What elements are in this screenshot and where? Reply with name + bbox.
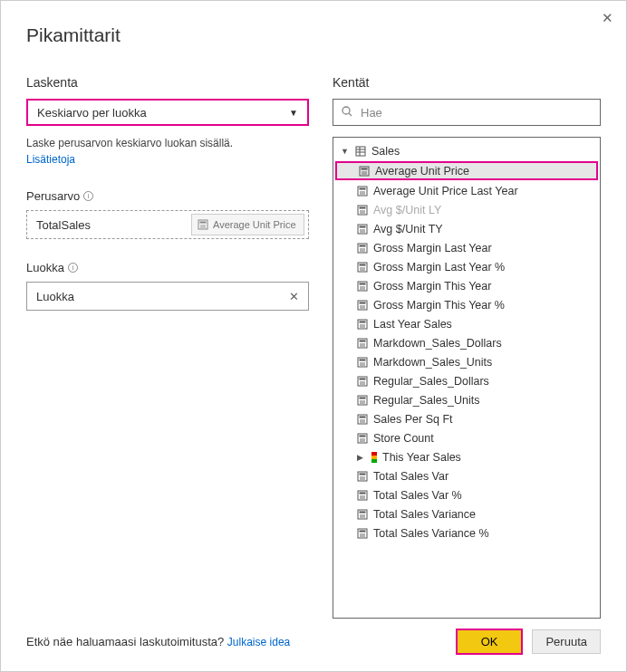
svg-rect-39 (360, 226, 366, 227)
svg-point-91 (360, 345, 362, 347)
ok-button[interactable]: OK (456, 629, 524, 655)
svg-point-64 (360, 286, 362, 288)
calculator-icon (357, 205, 368, 216)
info-icon[interactable]: i (68, 263, 78, 273)
calculation-heading: Laskenta (26, 75, 309, 90)
svg-point-84 (362, 326, 363, 328)
calculator-icon (357, 243, 368, 254)
calculator-icon (357, 376, 368, 387)
field-item[interactable]: Sales Per Sq Ft (333, 409, 600, 428)
svg-point-36 (362, 212, 363, 214)
svg-rect-10 (356, 147, 365, 156)
svg-point-162 (363, 533, 365, 535)
field-item[interactable]: ▶This Year Sales (333, 447, 600, 466)
svg-point-73 (362, 305, 363, 307)
field-item[interactable]: Total Sales Var % (333, 485, 600, 504)
svg-rect-23 (360, 187, 366, 189)
field-item[interactable]: Last Year Sales (333, 314, 600, 333)
category-value-text: Luokka (36, 290, 74, 303)
svg-rect-15 (362, 168, 368, 169)
clear-icon[interactable]: ✕ (289, 290, 299, 303)
field-item[interactable]: Store Count (333, 428, 600, 447)
svg-point-59 (360, 269, 362, 271)
svg-point-32 (360, 210, 362, 212)
svg-point-61 (363, 269, 365, 271)
field-item[interactable]: Gross Margin This Year % (333, 295, 600, 314)
svg-point-138 (363, 476, 365, 478)
svg-point-145 (362, 495, 363, 497)
field-item[interactable]: Avg $/Unit TY (333, 219, 600, 238)
svg-point-153 (362, 514, 363, 516)
calculation-description: Laske perusarvon keskiarvo luokan sisäll… (26, 135, 309, 168)
svg-point-100 (362, 364, 363, 366)
svg-point-92 (362, 345, 363, 347)
svg-rect-79 (360, 321, 366, 322)
svg-point-35 (360, 212, 362, 214)
svg-point-133 (363, 440, 365, 442)
svg-point-161 (362, 533, 363, 535)
fields-tree[interactable]: ▼ Sales Average Unit PriceAverage Unit P… (333, 137, 601, 619)
table-node[interactable]: ▼ Sales (333, 141, 600, 160)
svg-rect-143 (360, 492, 366, 494)
field-item[interactable]: Gross Margin Last Year (333, 238, 600, 257)
svg-point-116 (362, 402, 363, 404)
svg-point-77 (363, 307, 365, 309)
drag-chip[interactable]: Average Unit Price (191, 214, 304, 235)
field-label: Gross Margin This Year (373, 280, 491, 293)
svg-point-88 (360, 343, 362, 345)
close-icon[interactable]: ✕ (602, 10, 613, 26)
svg-point-50 (363, 248, 365, 250)
svg-point-117 (363, 402, 365, 404)
traffic-light-icon (371, 452, 377, 463)
description-text: Laske perusarvon keskiarvo luokan sisäll… (26, 137, 233, 149)
svg-point-27 (360, 193, 362, 195)
svg-point-83 (360, 326, 362, 328)
calculator-icon (357, 357, 368, 368)
svg-point-37 (363, 212, 365, 214)
base-value-heading: Perusarvo i (26, 189, 309, 203)
category-dropzone[interactable]: Luokka ✕ (26, 282, 309, 311)
field-item[interactable]: Gross Margin Last Year % (333, 257, 600, 276)
field-item[interactable]: Gross Margin This Year (333, 276, 600, 295)
table-label: Sales (371, 145, 400, 158)
svg-point-17 (363, 171, 365, 173)
field-label: Gross Margin This Year % (373, 299, 505, 312)
svg-point-128 (360, 438, 362, 440)
field-item[interactable]: Average Unit Price (335, 161, 598, 180)
info-icon[interactable]: i (83, 191, 93, 201)
svg-rect-71 (360, 302, 366, 303)
svg-point-123 (360, 421, 362, 423)
field-item[interactable]: Regular_Sales_Units (333, 390, 600, 409)
field-item[interactable]: Markdown_Sales_Dollars (333, 333, 600, 352)
field-item[interactable]: Total Sales Variance (333, 504, 600, 523)
search-input[interactable] (361, 106, 593, 120)
field-item[interactable]: Total Sales Var (333, 466, 600, 485)
field-label: Avg $/Unit TY (373, 223, 443, 235)
svg-point-121 (362, 419, 363, 421)
cancel-button[interactable]: Peruuta (532, 629, 601, 654)
field-label: Avg $/Unit LY (373, 204, 441, 216)
svg-point-65 (362, 286, 363, 288)
field-item[interactable]: Markdown_Sales_Units (333, 352, 600, 371)
field-item[interactable]: Avg $/Unit LY (333, 200, 600, 219)
search-box[interactable] (333, 99, 601, 126)
field-item[interactable]: Total Sales Variance % (333, 523, 600, 542)
svg-point-58 (363, 267, 365, 269)
svg-point-74 (363, 305, 365, 307)
field-label: Regular_Sales_Units (373, 394, 479, 407)
svg-point-67 (360, 288, 362, 290)
svg-rect-31 (360, 206, 366, 208)
calculation-dropdown[interactable]: Keskiarvo per luokka ▼ (26, 99, 309, 126)
more-info-link[interactable]: Lisätietoja (26, 153, 75, 166)
svg-point-131 (360, 440, 362, 442)
field-item[interactable]: Regular_Sales_Dollars (333, 371, 600, 390)
field-item[interactable]: Average Unit Price Last Year (333, 181, 600, 200)
svg-point-53 (363, 250, 365, 252)
calculator-icon (357, 262, 368, 273)
publish-idea-link[interactable]: Julkaise idea (227, 636, 290, 648)
svg-point-132 (362, 440, 363, 442)
svg-point-139 (360, 478, 362, 480)
svg-point-25 (362, 191, 363, 193)
footer-prompt: Etkö näe haluamaasi laskutoimitusta? Jul… (26, 635, 290, 648)
base-value-dropzone[interactable]: TotalSales Average Unit Price (26, 210, 309, 239)
